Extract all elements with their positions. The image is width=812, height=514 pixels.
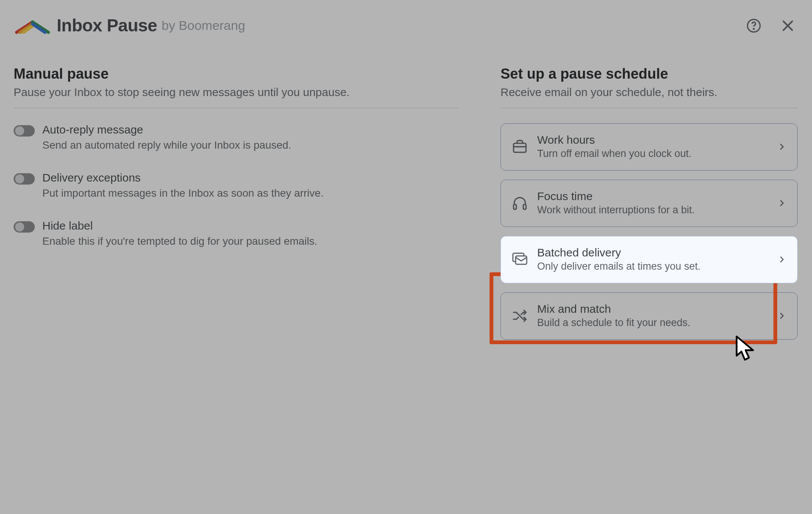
auto-reply-toggle[interactable] — [14, 125, 35, 137]
manual-pause-subtitle: Pause your Inbox to stop seeing new mess… — [14, 86, 459, 99]
toggle-auto-reply: Auto-reply message Send an automated rep… — [14, 123, 459, 152]
card-desc: Work without interruptions for a bit. — [537, 204, 769, 216]
toggle-desc: Enable this if you're tempted to dig for… — [42, 234, 459, 248]
chevron-right-icon — [778, 312, 786, 320]
card-mix-and-match[interactable]: Mix and match Build a schedule to fit yo… — [501, 292, 798, 340]
card-desc: Turn off email when you clock out. — [537, 148, 769, 160]
app-title: Inbox Pause — [57, 15, 157, 36]
svg-point-1 — [753, 28, 754, 29]
toggle-desc: Put important messages in the Inbox as s… — [42, 186, 459, 200]
divider — [501, 108, 798, 108]
card-title: Batched delivery — [537, 246, 769, 259]
card-desc: Build a schedule to fit your needs. — [537, 317, 769, 329]
schedule-title: Set up a pause schedule — [501, 66, 798, 82]
manual-pause-section: Manual pause Pause your Inbox to stop se… — [14, 66, 459, 349]
divider — [14, 108, 459, 108]
chevron-right-icon — [778, 255, 786, 264]
card-title: Focus time — [537, 190, 769, 203]
toggle-desc: Send an automated reply while your Inbox… — [42, 138, 459, 152]
manual-pause-title: Manual pause — [14, 66, 459, 82]
card-work-hours[interactable]: Work hours Turn off email when you clock… — [501, 123, 798, 171]
pause-schedule-section: Set up a pause schedule Receive email on… — [501, 66, 798, 349]
hide-label-toggle[interactable] — [14, 221, 35, 233]
chevron-right-icon — [778, 143, 786, 151]
svg-rect-2 — [514, 143, 526, 152]
toggle-delivery-exceptions: Delivery exceptions Put important messag… — [14, 171, 459, 200]
card-focus-time[interactable]: Focus time Work without interruptions fo… — [501, 180, 798, 227]
card-desc: Only deliver emails at times you set. — [537, 261, 769, 272]
delivery-exceptions-toggle[interactable] — [14, 173, 35, 185]
toggle-label: Delivery exceptions — [42, 171, 459, 184]
close-icon[interactable] — [780, 18, 795, 33]
card-batched-delivery[interactable]: Batched delivery Only deliver emails at … — [501, 236, 798, 283]
svg-rect-4 — [523, 204, 526, 209]
briefcase-icon — [511, 138, 528, 155]
chevron-right-icon — [778, 199, 786, 207]
card-title: Work hours — [537, 134, 769, 146]
schedule-subtitle: Receive email on your schedule, not thei… — [501, 86, 798, 99]
toggle-label: Auto-reply message — [42, 123, 459, 136]
boomerang-logo-icon — [15, 19, 50, 34]
header: Inbox Pause by Boomerang — [0, 0, 812, 43]
app-subtitle: by Boomerang — [161, 18, 245, 33]
inbox-pause-panel: Inbox Pause by Boomerang Manual pause Pa… — [0, 0, 812, 514]
stacked-mail-icon — [511, 251, 528, 268]
svg-rect-6 — [516, 256, 527, 264]
svg-rect-3 — [514, 204, 516, 209]
toggle-hide-label: Hide label Enable this if you're tempted… — [14, 219, 459, 248]
help-icon[interactable] — [746, 18, 761, 33]
toggle-label: Hide label — [42, 219, 459, 232]
card-title: Mix and match — [537, 303, 769, 315]
shuffle-icon — [511, 307, 528, 324]
headphones-icon — [511, 195, 528, 211]
